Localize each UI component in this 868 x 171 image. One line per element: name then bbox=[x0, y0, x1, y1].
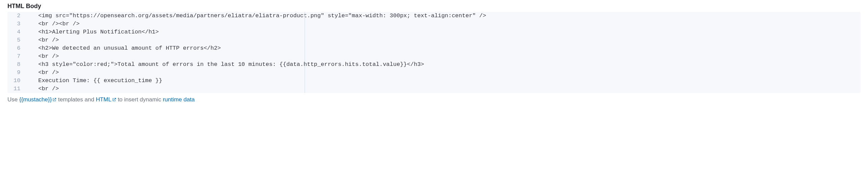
code-content[interactable]: <br /><br /> bbox=[24, 20, 861, 28]
code-line[interactable]: 7 <br /> bbox=[7, 52, 861, 60]
code-line[interactable]: 11 <br /> bbox=[7, 85, 861, 93]
help-text-mid2: to insert dynamic bbox=[116, 96, 163, 103]
code-content[interactable]: <h3 style="color:red;">Total amount of e… bbox=[24, 60, 861, 69]
external-link-icon bbox=[112, 98, 116, 102]
html-link[interactable]: HTML bbox=[96, 96, 116, 103]
line-number: 9 bbox=[7, 69, 24, 77]
code-line[interactable]: 2 <img src="https://opensearch.org/asset… bbox=[7, 12, 861, 20]
code-line[interactable]: 5 <br /> bbox=[7, 36, 861, 44]
code-line[interactable]: 3 <br /><br /> bbox=[7, 20, 861, 28]
editor-ruler bbox=[305, 12, 305, 93]
code-content[interactable]: <h2>We detected an unusual amount of HTT… bbox=[24, 44, 861, 52]
line-number: 6 bbox=[7, 44, 24, 52]
help-text-prefix: Use bbox=[7, 96, 19, 103]
code-content[interactable]: <h1>Alerting Plus Notification</h1> bbox=[24, 28, 861, 36]
runtime-data-link[interactable]: runtime data bbox=[163, 96, 195, 103]
line-number: 8 bbox=[7, 60, 24, 69]
external-link-icon bbox=[52, 98, 56, 102]
help-text-mid1: templates and bbox=[56, 96, 96, 103]
code-line[interactable]: 6 <h2>We detected an unusual amount of H… bbox=[7, 44, 861, 52]
line-number: 10 bbox=[7, 77, 24, 85]
line-number: 5 bbox=[7, 36, 24, 44]
code-content[interactable]: <br /> bbox=[24, 69, 861, 77]
field-label-html-body: HTML Body bbox=[0, 0, 868, 12]
help-text: Use {{mustache}} templates and HTML to i… bbox=[0, 93, 868, 103]
code-line[interactable]: 8 <h3 style="color:red;">Total amount of… bbox=[7, 60, 861, 69]
code-content[interactable]: <br /> bbox=[24, 36, 861, 44]
code-editor[interactable]: 2 <img src="https://opensearch.org/asset… bbox=[7, 12, 861, 93]
code-line[interactable]: 9 <br /> bbox=[7, 69, 861, 77]
mustache-link[interactable]: {{mustache}} bbox=[19, 96, 56, 103]
code-content[interactable]: <img src="https://opensearch.org/assets/… bbox=[24, 12, 861, 20]
line-number: 2 bbox=[7, 12, 24, 20]
code-line[interactable]: 4 <h1>Alerting Plus Notification</h1> bbox=[7, 28, 861, 36]
code-content[interactable]: Execution Time: {{ execution_time }} bbox=[24, 77, 861, 85]
code-content[interactable]: <br /> bbox=[24, 85, 861, 93]
line-number: 3 bbox=[7, 20, 24, 28]
code-content[interactable]: <br /> bbox=[24, 52, 861, 60]
code-line[interactable]: 10 Execution Time: {{ execution_time }} bbox=[7, 77, 861, 85]
line-number: 11 bbox=[7, 85, 24, 93]
line-number: 4 bbox=[7, 28, 24, 36]
line-number: 7 bbox=[7, 52, 24, 60]
